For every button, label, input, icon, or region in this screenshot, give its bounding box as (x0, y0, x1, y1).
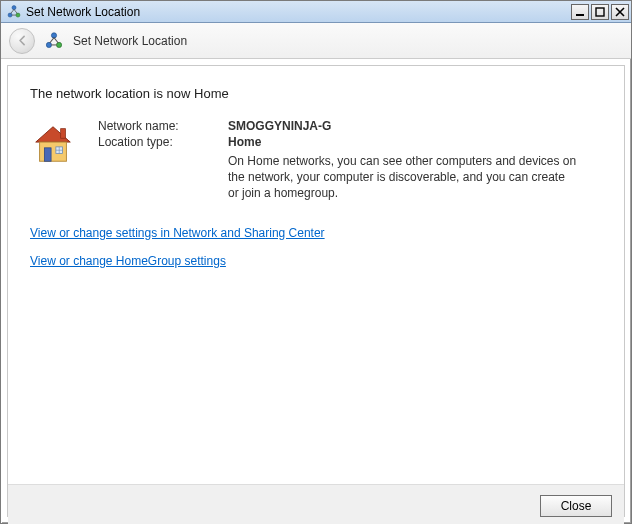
svg-point-0 (12, 5, 16, 9)
svg-point-8 (51, 32, 56, 37)
page-heading: The network location is now Home (30, 86, 602, 101)
maximize-button[interactable] (591, 4, 609, 20)
network-location-icon (7, 5, 21, 19)
location-type-row: Location type: Home On Home networks, yo… (98, 135, 602, 202)
set-network-location-window: Set Network Location (0, 0, 632, 524)
svg-rect-6 (576, 14, 584, 16)
header-title: Set Network Location (73, 34, 187, 48)
svg-line-3 (11, 9, 14, 13)
back-button[interactable] (9, 28, 35, 54)
link-homegroup-settings[interactable]: View or change HomeGroup settings (30, 254, 226, 268)
svg-line-12 (54, 37, 58, 42)
content-wrap: The network location is now Home (1, 59, 631, 523)
svg-point-1 (8, 13, 12, 17)
button-bar: Close (8, 484, 624, 524)
svg-line-4 (14, 9, 17, 13)
svg-point-9 (46, 42, 51, 47)
close-button[interactable]: Close (540, 495, 612, 517)
network-name-label: Network name: (98, 119, 228, 133)
minimize-button[interactable] (571, 4, 589, 20)
location-type-value: Home (228, 135, 602, 149)
content-panel: The network location is now Home (7, 65, 625, 517)
location-type-description: On Home networks, you can see other comp… (228, 153, 578, 202)
network-name-value: SMOGGYNINJA-G (228, 119, 602, 133)
svg-rect-7 (596, 8, 604, 16)
link-network-sharing-center[interactable]: View or change settings in Network and S… (30, 226, 325, 240)
home-network-icon (30, 121, 76, 167)
close-window-button[interactable] (611, 4, 629, 20)
network-location-icon (45, 32, 63, 50)
svg-line-11 (50, 37, 54, 42)
titlebar: Set Network Location (1, 1, 631, 23)
network-name-row: Network name: SMOGGYNINJA-G (98, 119, 602, 133)
svg-rect-17 (44, 148, 51, 161)
header-nav: Set Network Location (1, 23, 631, 59)
network-info-grid: Network name: SMOGGYNINJA-G Location typ… (98, 119, 602, 204)
titlebar-title: Set Network Location (26, 5, 571, 19)
titlebar-buttons (571, 4, 629, 20)
network-info-block: Network name: SMOGGYNINJA-G Location typ… (30, 119, 602, 204)
svg-point-10 (56, 42, 61, 47)
svg-rect-15 (61, 129, 66, 139)
svg-point-2 (16, 13, 20, 17)
location-type-label: Location type: (98, 135, 228, 149)
